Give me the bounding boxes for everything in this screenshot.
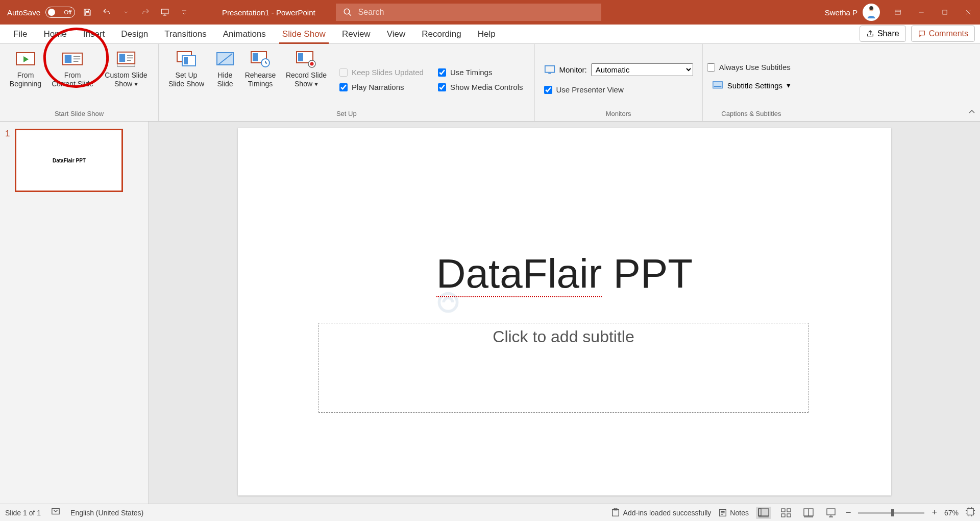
avatar — [863, 4, 880, 21]
tab-design[interactable]: Design — [113, 26, 156, 43]
group-label: Monitors — [606, 108, 631, 120]
document-title: Presentation1 - PowerPoint — [222, 8, 315, 17]
group-label: Start Slide Show — [55, 108, 104, 120]
save-icon[interactable] — [80, 5, 94, 19]
subtitle-placeholder-box[interactable]: Click to add subtitle — [318, 323, 808, 413]
ribbon-tabs: File Home Insert Design Transitions Anim… — [0, 25, 980, 44]
svg-rect-22 — [545, 66, 554, 73]
slide-1[interactable]: DataFlair PPT Click to add subtitle — [238, 128, 891, 495]
zoom-in-button[interactable]: + — [932, 507, 937, 518]
svg-rect-24 — [714, 86, 721, 87]
zoom-out-button[interactable]: − — [846, 507, 851, 518]
rehearse-timings-button[interactable]: Rehearse Timings — [240, 47, 280, 108]
monitor-icon — [544, 65, 555, 74]
tab-slide-show[interactable]: Slide Show — [274, 26, 334, 43]
svg-rect-16 — [253, 53, 258, 61]
monitor-label: Monitor: — [559, 65, 587, 74]
svg-rect-5 — [943, 10, 947, 14]
svg-rect-33 — [781, 514, 785, 517]
use-timings-checkbox[interactable]: Use Timings — [438, 68, 523, 77]
subtitle-placeholder-text: Click to add subtitle — [319, 323, 808, 346]
thumbnail-number: 1 — [5, 129, 10, 192]
share-button[interactable]: Share — [860, 26, 906, 42]
tab-home[interactable]: Home — [35, 26, 75, 43]
user-account[interactable]: Swetha P — [825, 4, 880, 21]
chevron-down-icon: ▾ — [314, 80, 318, 88]
undo-dropdown-icon[interactable] — [119, 5, 133, 19]
always-use-subtitles-checkbox[interactable]: Always Use Subtitles — [707, 63, 791, 72]
group-set-up: Set Up Slide Show Hide Slide Rehearse Ti… — [159, 44, 535, 121]
custom-slide-show-button[interactable]: Custom Slide Show ▾ — [98, 47, 154, 108]
set-up-slide-show-button[interactable]: Set Up Slide Show — [163, 47, 210, 108]
slide-title[interactable]: DataFlair PPT — [238, 250, 891, 297]
ribbon: From Beginning From Current Slide Custom… — [0, 44, 980, 122]
language-status[interactable]: English (United States) — [70, 509, 143, 517]
fit-to-window-icon[interactable] — [966, 507, 975, 518]
from-current-slide-button[interactable]: From Current Slide — [47, 47, 98, 108]
custom-slide-show-icon — [115, 50, 137, 69]
record-icon — [296, 50, 317, 69]
svg-rect-8 — [65, 55, 71, 62]
slide-thumbnail-1[interactable]: DataFlair PPT — [15, 129, 123, 192]
accessibility-icon[interactable] — [51, 507, 60, 518]
subtitle-icon — [712, 81, 723, 90]
keep-slides-updated-checkbox[interactable]: Keep Slides Updated — [339, 68, 424, 77]
svg-rect-32 — [787, 509, 791, 512]
undo-icon[interactable] — [100, 5, 114, 19]
search-placeholder: Search — [358, 8, 384, 17]
present-from-start-icon[interactable] — [158, 5, 172, 19]
ribbon-display-icon[interactable] — [886, 0, 910, 25]
autosave-toggle[interactable]: Off — [45, 7, 75, 18]
comments-button[interactable]: Comments — [911, 26, 975, 42]
search-icon — [343, 8, 352, 17]
thumbnail-title: DataFlair PPT — [53, 158, 86, 163]
slide-show-view-icon[interactable] — [823, 507, 839, 519]
autosave-label: AutoSave — [7, 8, 40, 17]
reading-view-icon[interactable] — [801, 507, 816, 519]
notes-button[interactable]: Notes — [718, 508, 749, 517]
slide-canvas-area[interactable]: DataFlair PPT Click to add subtitle — [149, 122, 980, 504]
svg-rect-31 — [781, 509, 785, 512]
tab-help[interactable]: Help — [470, 26, 504, 43]
qat-customize-icon[interactable] — [177, 5, 191, 19]
svg-rect-4 — [895, 10, 901, 14]
zoom-slider[interactable] — [858, 512, 924, 514]
monitor-select[interactable]: Automatic — [591, 63, 693, 76]
play-narrations-checkbox[interactable]: Play Narrations — [339, 83, 424, 91]
rehearse-icon — [250, 50, 271, 69]
svg-point-3 — [869, 6, 873, 10]
close-icon[interactable] — [957, 0, 980, 25]
svg-rect-10 — [119, 54, 125, 61]
addins-status: Add-ins loaded successfully — [611, 508, 712, 517]
subtitle-settings-button[interactable]: Subtitle Settings ▾ — [707, 79, 796, 92]
svg-rect-34 — [787, 514, 791, 517]
svg-rect-36 — [827, 509, 835, 515]
record-slide-show-button[interactable]: Record Slide Show ▾ — [280, 47, 332, 108]
presenter-view-checkbox[interactable]: Use Presenter View — [539, 85, 698, 94]
search-box[interactable]: Search — [336, 4, 601, 21]
minimize-icon[interactable] — [910, 0, 933, 25]
user-name: Swetha P — [825, 8, 857, 17]
group-start-slide-show: From Beginning From Current Slide Custom… — [0, 44, 159, 121]
slide-counter[interactable]: Slide 1 of 1 — [5, 509, 41, 517]
tab-review[interactable]: Review — [334, 26, 379, 43]
show-media-controls-checkbox[interactable]: Show Media Controls — [438, 83, 523, 91]
from-beginning-button[interactable]: From Beginning — [4, 47, 47, 108]
slide-sorter-view-icon[interactable] — [778, 507, 794, 519]
title-bar: AutoSave Off Presentation1 - PowerPoint … — [0, 0, 980, 25]
group-label: Set Up — [336, 108, 357, 120]
normal-view-icon[interactable] — [756, 507, 771, 519]
hide-slide-button[interactable]: Hide Slide — [210, 47, 240, 108]
zoom-percent[interactable]: 67% — [944, 509, 959, 517]
tab-view[interactable]: View — [379, 26, 414, 43]
tab-insert[interactable]: Insert — [75, 26, 113, 43]
tab-file[interactable]: File — [5, 26, 35, 43]
svg-rect-30 — [758, 509, 761, 516]
collapse-ribbon-icon[interactable] — [968, 108, 976, 118]
maximize-icon[interactable] — [933, 0, 957, 25]
slide-thumbnails-pane[interactable]: 1 DataFlair PPT — [0, 122, 149, 504]
tab-transitions[interactable]: Transitions — [156, 26, 215, 43]
tab-animations[interactable]: Animations — [215, 26, 274, 43]
tab-recording[interactable]: Recording — [413, 26, 470, 43]
redo-icon[interactable] — [138, 5, 153, 19]
